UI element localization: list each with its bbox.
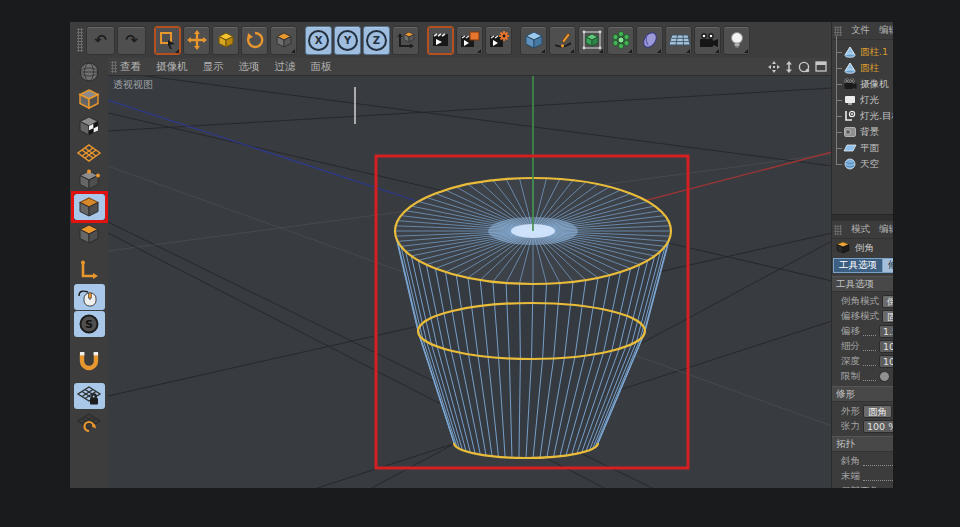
- texture-mode-button[interactable]: [74, 113, 105, 139]
- viewport-menu-filter[interactable]: 过滤: [275, 60, 296, 74]
- tab-tool-options[interactable]: 工具选项: [833, 258, 883, 273]
- points-mode-icon: [77, 169, 101, 191]
- recent-tool-button[interactable]: [270, 26, 297, 55]
- texture-mode-icon: [77, 115, 101, 137]
- tree-item-sky[interactable]: 天空: [832, 156, 893, 172]
- pan-view-icon[interactable]: [768, 61, 780, 73]
- viewport-3d-canvas[interactable]: 透视视图: [108, 76, 832, 488]
- lock-y-axis-button[interactable]: Y: [334, 26, 361, 55]
- row-depth: 深度 10: [832, 354, 893, 369]
- camera-object-icon: [843, 78, 857, 90]
- magnet-snap-button[interactable]: [74, 347, 105, 373]
- viewport-menu-panel[interactable]: 面板: [311, 60, 332, 74]
- render-settings-icon: [489, 30, 509, 50]
- offset-input[interactable]: 1.5: [879, 325, 893, 338]
- snap-button[interactable]: S: [74, 311, 105, 337]
- edges-mode-button[interactable]: [74, 194, 105, 220]
- shape-dropdown[interactable]: 圆角: [863, 405, 892, 418]
- enable-axis-button[interactable]: [74, 257, 105, 283]
- modeling-tools-button[interactable]: [607, 26, 634, 55]
- right-panel-column: 文件 编辑 圆柱.1 圆柱 摄像机 灯光: [831, 22, 893, 488]
- enable-axis-icon: [78, 259, 100, 281]
- object-manager: 文件 编辑 圆柱.1 圆柱 摄像机 灯光: [832, 22, 893, 214]
- subdivision-input[interactable]: 10: [879, 340, 893, 353]
- bevel-mode-dropdown[interactable]: 倒: [882, 295, 893, 308]
- camera-icon: [697, 30, 719, 50]
- render-region-button[interactable]: [456, 26, 483, 55]
- toolbar-grip[interactable]: [77, 28, 83, 52]
- viewport-menu-cameras[interactable]: 摄像机: [156, 60, 188, 74]
- workplane-tool-button[interactable]: [74, 410, 105, 436]
- row-limit: 限制: [832, 369, 893, 384]
- viewport-menu-bar: 查看 摄像机 显示 选项 过滤 面板: [108, 58, 832, 76]
- attribute-menu-mode[interactable]: 模式: [851, 223, 870, 236]
- section-tool-options[interactable]: 工具选项: [832, 276, 893, 292]
- maximize-view-icon[interactable]: [815, 61, 827, 72]
- tension-input[interactable]: 100 %: [863, 420, 893, 433]
- viewport-solo-button[interactable]: [74, 284, 105, 310]
- add-spline-button[interactable]: [549, 26, 576, 55]
- magnet-icon: [78, 349, 100, 371]
- object-manager-grip[interactable]: [834, 26, 842, 36]
- attribute-menu-edit[interactable]: 编辑: [879, 223, 893, 236]
- points-mode-button[interactable]: [74, 167, 105, 193]
- redo-button[interactable]: ↷: [117, 26, 146, 55]
- section-shaping[interactable]: 修形: [832, 386, 893, 402]
- viewport-menu-view[interactable]: 查看: [120, 60, 141, 74]
- undo-button[interactable]: ↶: [86, 26, 115, 55]
- viewport-menu-options[interactable]: 选项: [239, 60, 260, 74]
- attribute-manager: 模式 编辑 倒角 工具选项 修形 工具选项 倒角模式 倒 偏移模式 固 偏移: [832, 221, 893, 488]
- z-axis-icon: Z: [366, 30, 387, 51]
- recent-tool-cube-icon: [274, 30, 294, 50]
- subdivision-surface-icon: [582, 30, 602, 50]
- svg-text:S: S: [85, 318, 93, 331]
- add-light-button[interactable]: [723, 26, 750, 55]
- rotate-button[interactable]: [241, 26, 268, 55]
- object-manager-menu-file[interactable]: 文件: [851, 24, 870, 37]
- x-axis-icon: X: [308, 30, 329, 51]
- lock-workplane-button[interactable]: [74, 383, 105, 409]
- lock-x-axis-button[interactable]: X: [305, 26, 332, 55]
- mode-palette: S: [70, 58, 108, 488]
- dolly-view-icon[interactable]: [785, 61, 793, 73]
- viewport-panel[interactable]: 查看 摄像机 显示 选项 过滤 面板: [108, 58, 832, 488]
- render-view-button[interactable]: [427, 26, 454, 55]
- row-subdivision: 细分 10: [832, 339, 893, 354]
- background-object-icon: [843, 126, 857, 138]
- live-selection-button[interactable]: [154, 26, 181, 55]
- add-primitive-button[interactable]: [520, 26, 547, 55]
- scale-button[interactable]: [212, 26, 239, 55]
- plane-object-icon: [843, 142, 857, 154]
- light-bulb-icon: [727, 30, 747, 50]
- make-editable-button[interactable]: [74, 59, 105, 85]
- workplane-mode-button[interactable]: [74, 140, 105, 166]
- section-topology[interactable]: 拓扑: [832, 436, 893, 452]
- add-camera-button[interactable]: [694, 26, 721, 55]
- add-floor-button[interactable]: [665, 26, 692, 55]
- tab-shaping[interactable]: 修形: [883, 258, 893, 273]
- add-deformer-button[interactable]: [636, 26, 663, 55]
- lock-z-axis-button[interactable]: Z: [363, 26, 390, 55]
- coordinate-system-button[interactable]: [392, 26, 419, 55]
- workplane-rotate-icon: [76, 412, 102, 434]
- polygons-mode-button[interactable]: [74, 221, 105, 247]
- viewport-menu-grip[interactable]: [111, 61, 117, 73]
- attribute-manager-grip[interactable]: [834, 225, 842, 235]
- coordinate-system-icon: [396, 30, 416, 50]
- scale-icon: [216, 30, 236, 50]
- floor-environment-icon: [668, 30, 690, 50]
- rotate-view-icon[interactable]: [798, 61, 810, 73]
- view-label: 透视视图: [113, 78, 153, 92]
- object-manager-menu-edit[interactable]: 编辑: [879, 24, 893, 37]
- workplane-mode-icon: [76, 143, 102, 163]
- subdivision-surface-button[interactable]: [578, 26, 605, 55]
- row-tension: 张力 100 %: [832, 419, 893, 434]
- move-button[interactable]: [183, 26, 210, 55]
- render-settings-button[interactable]: [485, 26, 512, 55]
- depth-input[interactable]: 10: [879, 355, 893, 368]
- bevel-tool-icon: [835, 241, 851, 255]
- limit-checkbox[interactable]: [879, 371, 890, 382]
- viewport-menu-display[interactable]: 显示: [203, 60, 224, 74]
- offset-mode-dropdown[interactable]: 固: [882, 310, 893, 323]
- model-mode-button[interactable]: [74, 86, 105, 112]
